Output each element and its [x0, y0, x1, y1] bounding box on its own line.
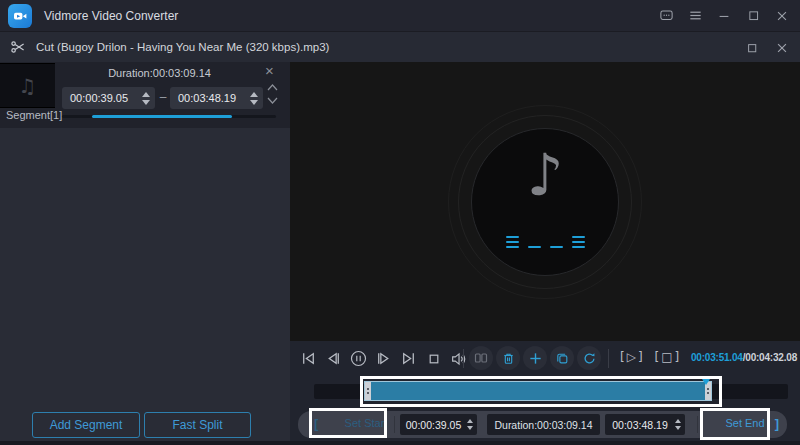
current-time: 00:03:51.04	[691, 352, 743, 363]
dialog-maximize-button[interactable]	[744, 40, 760, 56]
add-button[interactable]	[523, 346, 547, 370]
skip-to-end-icon[interactable]	[400, 350, 417, 367]
stop-icon[interactable]	[425, 350, 442, 367]
divider	[697, 416, 698, 433]
step-forward-icon[interactable]	[375, 350, 392, 367]
skip-to-start-icon[interactable]	[300, 350, 317, 367]
trim-start-stepper[interactable]	[467, 419, 477, 430]
segment-play-controls: [▷] [□]	[620, 350, 681, 364]
split-button[interactable]	[469, 346, 493, 370]
edit-controls	[469, 346, 601, 370]
segment-start-time-input[interactable]: 00:00:39.05	[62, 87, 155, 109]
cut-dialog-header: Cut (Bugoy Drilon - Having You Near Me (…	[0, 31, 800, 62]
playback-controls-row: [▷] [□] 00:03:51.04/00:04:32.08	[290, 341, 800, 376]
segment-list-panel: ♫ Duration:00:03:09.14 00:00:39.05 – 00:…	[0, 62, 290, 445]
total-time: 00:04:32.08	[745, 352, 797, 363]
app-title: Vidmore Video Converter	[44, 9, 178, 23]
annotation-box-set-end	[700, 408, 770, 440]
trim-start-time-input[interactable]: 00:00:39.05	[400, 414, 477, 435]
annotation-box-set-start	[309, 408, 387, 438]
chevron-down-icon[interactable]	[266, 96, 279, 105]
fast-split-button[interactable]: Fast Split	[144, 412, 251, 438]
delete-button[interactable]	[496, 346, 520, 370]
reset-button[interactable]	[577, 346, 601, 370]
divider	[463, 349, 464, 368]
segment-item[interactable]: ♫ Duration:00:03:09.14 00:00:39.05 – 00:…	[0, 62, 290, 128]
music-note-icon: ♫	[19, 74, 37, 98]
start-time-stepper[interactable]	[142, 92, 155, 105]
equalizer-icon	[472, 236, 618, 248]
preview-area: ♪	[290, 62, 800, 341]
divider	[608, 349, 609, 368]
segment-end-time-value: 00:03:48.19	[170, 92, 250, 104]
segment-range-fill	[92, 115, 232, 118]
segment-label: Segment[1]	[6, 109, 62, 121]
stop-segment-icon[interactable]: [□]	[655, 350, 682, 364]
trim-end-stepper[interactable]	[675, 419, 685, 430]
segment-range-slider[interactable]	[62, 115, 276, 118]
annotation-box-timeline	[360, 376, 722, 407]
maximize-button[interactable]	[745, 8, 761, 24]
volume-icon[interactable]	[450, 350, 467, 367]
segment-start-time-value: 00:00:39.05	[62, 92, 142, 104]
segment-thumbnail: ♫	[0, 63, 55, 108]
play-segment-icon[interactable]: [▷]	[620, 350, 645, 364]
window-bottom-edge	[0, 441, 800, 445]
end-bracket-icon: ]	[775, 416, 779, 431]
divider	[394, 416, 395, 433]
app-logo-icon	[8, 4, 32, 28]
pause-icon[interactable]	[350, 350, 367, 367]
playback-time: 00:03:51.04/00:04:32.08	[691, 352, 797, 363]
minimize-button[interactable]	[716, 8, 732, 24]
titlebar-controls	[658, 0, 790, 31]
step-back-icon[interactable]	[325, 350, 342, 367]
scissors-icon	[10, 39, 26, 55]
cut-dialog-title: Cut (Bugoy Drilon - Having You Near Me (…	[36, 41, 329, 53]
time-range-separator: –	[157, 90, 169, 104]
trim-start-time-value: 00:00:39.05	[400, 419, 467, 431]
trim-bar-row: [ Set Start 00:00:39.05 Duration:00:03:0…	[290, 408, 800, 445]
player-console: [▷] [□] 00:03:51.04/00:04:32.08 [ Set St…	[290, 341, 800, 445]
trim-duration-label: Duration:00:03:09.14	[487, 414, 600, 435]
menu-icon[interactable]	[687, 8, 703, 24]
segment-duration-label: Duration:00:03:09.14	[57, 67, 262, 79]
delete-segment-icon[interactable]: ×	[265, 64, 274, 78]
trim-end-time-value: 00:03:48.19	[605, 419, 675, 431]
chevron-up-icon[interactable]	[266, 83, 279, 92]
app-window: Vidmore Video Converter	[0, 0, 800, 445]
add-segment-button[interactable]: Add Segment	[32, 412, 140, 438]
dialog-close-button[interactable]	[774, 40, 790, 56]
cut-dialog-controls	[744, 32, 790, 63]
titlebar: Vidmore Video Converter	[0, 0, 800, 31]
feedback-icon[interactable]	[658, 8, 674, 24]
trim-end-time-input[interactable]: 00:03:48.19	[605, 414, 685, 435]
music-note-large-icon: ♪	[472, 141, 618, 209]
segment-end-time-input[interactable]: 00:03:48.19	[170, 87, 263, 109]
transport-controls	[300, 350, 467, 367]
timeline-row	[290, 376, 800, 408]
copy-button[interactable]	[550, 346, 574, 370]
vinyl-disc: ♪	[471, 128, 619, 276]
end-time-stepper[interactable]	[250, 92, 263, 105]
close-button[interactable]	[774, 8, 790, 24]
